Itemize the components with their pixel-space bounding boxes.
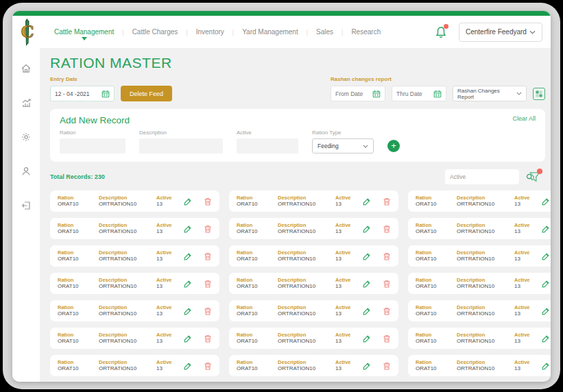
- delete-trash-icon[interactable]: [204, 362, 212, 370]
- card-ration-value: ORAT10: [58, 201, 99, 208]
- card-description-label: Description: [457, 277, 514, 283]
- delete-feed-button[interactable]: Delete Feed: [121, 86, 172, 101]
- edit-pencil-icon[interactable]: [542, 252, 550, 260]
- edit-pencil-icon[interactable]: [542, 197, 550, 206]
- feedyard-selector[interactable]: Centerfire Feedyard: [459, 23, 542, 42]
- card-description-value: ORTRATION10: [457, 256, 514, 262]
- card-description-value: ORTRATION10: [278, 310, 335, 317]
- edit-pencil-icon[interactable]: [184, 225, 192, 233]
- delete-trash-icon[interactable]: [204, 197, 212, 206]
- card-description-label: Description: [99, 277, 156, 283]
- description-input[interactable]: [139, 138, 223, 154]
- edit-pencil-icon[interactable]: [184, 307, 192, 315]
- delete-trash-icon[interactable]: [204, 280, 212, 288]
- edit-pencil-icon[interactable]: [363, 334, 371, 343]
- edit-pencil-icon[interactable]: [363, 362, 371, 370]
- record-card: Ration ORAT10 Description ORTRATION10 Ac…: [229, 328, 398, 349]
- delete-trash-icon[interactable]: [204, 334, 212, 343]
- entry-date-input[interactable]: [50, 86, 115, 101]
- calendar-icon[interactable]: [433, 90, 442, 98]
- logout-icon[interactable]: [21, 200, 32, 211]
- card-ration-label: Ration: [58, 304, 99, 310]
- clear-all-link[interactable]: Clear All: [512, 115, 536, 122]
- filter-funnel-icon[interactable]: [529, 171, 541, 183]
- edit-pencil-icon[interactable]: [363, 225, 371, 233]
- delete-trash-icon[interactable]: [383, 225, 391, 233]
- card-description-value: ORTRATION10: [99, 256, 156, 262]
- card-active-label: Active: [514, 249, 542, 256]
- home-icon[interactable]: [21, 63, 32, 74]
- nav-inventory[interactable]: Inventory: [195, 27, 226, 37]
- card-description-value: ORTRATION10: [457, 228, 514, 235]
- delete-trash-icon[interactable]: [383, 334, 391, 343]
- edit-pencil-icon[interactable]: [363, 252, 371, 260]
- filter-badge: [537, 169, 542, 174]
- user-icon[interactable]: [21, 166, 32, 177]
- edit-pencil-icon[interactable]: [542, 362, 550, 370]
- delete-trash-icon[interactable]: [383, 280, 391, 288]
- header: C Cattle Management | Cattle Charges | I…: [12, 16, 551, 48]
- edit-pencil-icon[interactable]: [542, 334, 550, 343]
- thru-date-input[interactable]: [392, 86, 446, 101]
- record-card: Ration ORAT10 Description ORTRATION10 Ac…: [408, 191, 551, 212]
- delete-trash-icon[interactable]: [383, 362, 391, 370]
- card-description-label: Description: [99, 249, 156, 256]
- card-description-label: Description: [278, 304, 335, 310]
- edit-pencil-icon[interactable]: [363, 197, 371, 206]
- record-card: Ration ORAT10 Description ORTRATION10 Ac…: [229, 355, 398, 376]
- edit-pencil-icon[interactable]: [184, 197, 192, 206]
- card-active-value: 13: [335, 201, 363, 208]
- card-description-label: Description: [457, 249, 514, 256]
- card-active-label: Active: [156, 332, 184, 338]
- ration-type-select[interactable]: Feeding: [312, 138, 374, 154]
- edit-pencil-icon[interactable]: [184, 334, 192, 343]
- card-ration-value: ORAT10: [58, 283, 99, 290]
- delete-trash-icon[interactable]: [204, 225, 212, 233]
- edit-pencil-icon[interactable]: [542, 280, 550, 288]
- record-card: Ration ORAT10 Description ORTRATION10 Ac…: [229, 218, 398, 239]
- edit-pencil-icon[interactable]: [184, 280, 192, 288]
- calendar-icon[interactable]: [101, 90, 110, 98]
- delete-trash-icon[interactable]: [204, 307, 212, 315]
- delete-trash-icon[interactable]: [383, 252, 391, 260]
- nav-yard-management[interactable]: Yard Management: [241, 27, 300, 37]
- edit-pencil-icon[interactable]: [363, 307, 371, 315]
- edit-pencil-icon[interactable]: [184, 362, 192, 370]
- card-active-value: 13: [156, 201, 184, 208]
- records-search[interactable]: [445, 169, 519, 184]
- record-card: Ration ORAT10 Description ORTRATION10 Ac…: [50, 245, 219, 267]
- card-description-value: ORTRATION10: [99, 201, 156, 208]
- delete-trash-icon[interactable]: [383, 197, 391, 206]
- nav-separator: |: [307, 29, 308, 36]
- card-description-value: ORTRATION10: [278, 365, 335, 372]
- entry-date-value[interactable]: [55, 90, 101, 97]
- nav-sales[interactable]: Sales: [315, 27, 335, 37]
- active-input[interactable]: [237, 138, 298, 154]
- edit-pencil-icon[interactable]: [542, 225, 550, 233]
- export-report-icon[interactable]: [533, 88, 545, 100]
- edit-pencil-icon[interactable]: [542, 307, 550, 315]
- thru-date-field[interactable]: [396, 90, 433, 97]
- edit-pencil-icon[interactable]: [184, 252, 192, 260]
- card-active-value: 13: [156, 256, 184, 262]
- add-record-button[interactable]: +: [387, 140, 400, 152]
- card-active-label: Active: [514, 222, 542, 228]
- records-toolbar: Total Records: 230: [50, 169, 545, 184]
- notifications-bell-icon[interactable]: [434, 25, 448, 39]
- delete-trash-icon[interactable]: [204, 252, 212, 260]
- brand-logo[interactable]: C: [19, 19, 36, 46]
- delete-trash-icon[interactable]: [383, 307, 391, 315]
- from-date-field[interactable]: [335, 90, 372, 97]
- search-input[interactable]: [450, 173, 526, 180]
- settings-gear-icon[interactable]: [21, 132, 32, 143]
- reports-chart-icon[interactable]: [21, 97, 32, 108]
- from-date-input[interactable]: [331, 86, 385, 101]
- ration-input[interactable]: [60, 138, 125, 154]
- nav-cattle-charges[interactable]: Cattle Charges: [131, 27, 180, 37]
- nav-research[interactable]: Research: [350, 27, 382, 37]
- nav-cattle-management[interactable]: Cattle Management: [53, 27, 115, 37]
- report-type-select[interactable]: Rashan Changes Report: [453, 86, 527, 101]
- edit-pencil-icon[interactable]: [363, 280, 371, 288]
- calendar-icon[interactable]: [372, 90, 381, 98]
- record-card: Ration ORAT10 Description ORTRATION10 Ac…: [229, 273, 398, 294]
